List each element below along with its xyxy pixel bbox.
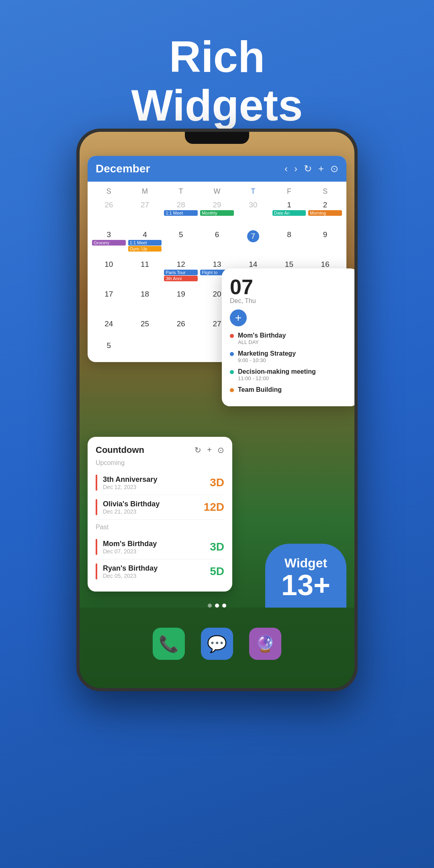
phone-screen: December ‹ › ↻ + ⊙ S M T W T F S [80,132,354,688]
cal-day-7-today[interactable]: 7 [235,229,271,258]
popup-event-4-dot [230,388,234,392]
countdown-date-1: Dec 12, 2023 [103,484,204,490]
cal-day-19[interactable]: 19 [163,289,199,317]
dock-messages-icon[interactable]: 💬 [201,628,233,660]
cal-day-9[interactable]: 9 [307,229,343,258]
countdown-refresh-btn[interactable]: ↻ [194,445,201,455]
cal-day-29[interactable]: 29 Monthly [199,200,235,228]
day-header-thu: T [235,186,271,197]
countdown-bar-1 [96,475,97,491]
countdown-date-3: Dec 07, 2023 [103,548,204,555]
popup-event-1-dot [230,334,234,338]
cal-day-4[interactable]: 4 1:1 Meet Gym: Up [127,229,163,258]
countdown-info-4: Ryan's Birthday Dec 05, 2023 [103,564,204,579]
countdown-add-btn[interactable]: + [207,445,212,455]
countdown-header: Countdown ↻ + ⊙ [96,445,224,455]
event-morning-2: Morning [308,210,342,216]
popup-event-3: Decision-making meeting 11:00 - 12:00 [230,368,350,381]
popup-event-4-info: Team Building [238,386,282,393]
cal-day-26-last[interactable]: 26 [163,319,199,339]
phone-mockup: December ‹ › ↻ + ⊙ S M T W T F S [76,129,358,691]
day-headers: S M T W T F S [91,186,343,197]
upcoming-section-label: Upcoming [96,459,224,467]
popup-event-3-info: Decision-making meeting 11:00 - 12:00 [238,368,316,381]
popup-add-button[interactable]: + [230,309,247,326]
day-detail-popup: 07 Dec, Thu + Mom's Birthday ALL DAY Mar… [222,268,354,406]
countdown-bar-3 [96,539,97,555]
calendar-settings-btn[interactable]: ⊙ [330,163,338,174]
cal-day-11[interactable]: 11 [127,259,163,287]
dock-phone-icon[interactable]: 📞 [153,628,185,660]
countdown-info-3: Mom's Birthday Dec 07, 2023 [103,540,204,555]
event-grocery-3: Grocery [92,240,126,246]
popup-event-1: Mom's Birthday ALL DAY [230,332,350,345]
popup-day-number: 07 [230,276,350,297]
countdown-item-anniversary: 3th Anniversary Dec 12, 2023 3D [96,471,224,495]
event-gym-4: Gym: Up [128,246,162,252]
countdown-info-1: 3th Anniversary Dec 12, 2023 [103,475,204,490]
countdown-settings-btn[interactable]: ⊙ [217,445,224,455]
cal-day-1[interactable]: 1 Date An [271,200,307,228]
popup-event-4-name: Team Building [238,386,282,393]
calendar-refresh-btn[interactable]: ↻ [304,163,312,174]
popup-event-1-name: Mom's Birthday [238,332,286,339]
cal-day-31-row2[interactable] [127,340,163,356]
countdown-name-2: Olivia's Birthday [103,500,198,508]
popup-event-2-time: 9:00 - 10:30 [238,357,296,363]
countdown-item-mom: Mom's Birthday Dec 07, 2023 3D [96,535,224,559]
cal-day-26[interactable]: 26 [91,200,127,228]
past-section-label: Past [96,524,224,531]
countdown-date-4: Dec 05, 2023 [103,573,204,579]
cal-day-18[interactable]: 18 [127,289,163,317]
calendar-back-btn[interactable]: ‹ [285,163,288,174]
cal-day-25[interactable]: 25 [127,319,163,339]
countdown-name-3: Mom's Birthday [103,540,204,548]
cal-day-17[interactable]: 17 [91,289,127,317]
countdown-date-2: Dec 21, 2023 [103,508,198,515]
pagination-dot-3 [222,604,226,608]
cal-day-12[interactable]: 12 Paris Tour 3th Anni [163,259,199,287]
popup-event-1-time: ALL DAY [238,339,286,345]
cal-day-27[interactable]: 27 [127,200,163,228]
cal-day-5[interactable]: 5 [163,229,199,258]
calendar-forward-btn[interactable]: › [294,163,297,174]
cal-day-28[interactable]: 28 1:1 Meet [163,200,199,228]
pagination-dots [208,604,226,608]
calendar-add-btn[interactable]: + [318,163,324,174]
popup-event-3-time: 11:00 - 12:00 [238,375,316,381]
countdown-info-2: Olivia's Birthday Dec 21, 2023 [103,500,198,515]
countdown-bar-2 [96,499,97,515]
phone-notch [185,132,249,144]
cal-day-10[interactable]: 10 [91,259,127,287]
countdown-days-4: 5D [210,565,224,578]
day-header-f: F [271,186,307,197]
popup-day-label: Dec, Thu [230,297,350,305]
popup-event-3-dot [230,370,234,374]
popup-event-3-name: Decision-making meeting [238,368,316,375]
cal-day-30[interactable]: 30 [235,200,271,228]
cal-day-24[interactable]: 24 [91,319,127,339]
countdown-bar-4 [96,563,97,579]
dock-meet-icon[interactable]: 🔮 [249,628,281,660]
countdown-days-3: 3D [210,540,224,553]
event-paris-tour: Paris Tour [164,270,198,275]
countdown-title: Countdown [96,445,194,455]
page-header: Rich Widgets [0,0,434,145]
popup-event-2-name: Marketing Strategy [238,350,296,357]
cal-day-2[interactable]: 2 Morning [307,200,343,228]
widget-badge-label: Widget [281,556,330,571]
countdown-days-2: 12D [204,501,224,514]
cal-day-3[interactable]: 3 Grocery [91,229,127,258]
event-date-an: Date An [272,210,306,216]
cal-day-8[interactable]: 8 [271,229,307,258]
phone-dock: 📞 💬 🔮 [80,608,354,688]
calendar-week-2: 3 Grocery 4 1:1 Meet Gym: Up 5 6 7 8 9 [91,229,343,258]
calendar-month: December [96,162,278,175]
popup-event-2-dot [230,352,234,356]
cal-day-31-row[interactable]: 5 [91,340,127,356]
cal-day-6[interactable]: 6 [199,229,235,258]
widget-badge-count: 13+ [281,571,330,600]
pagination-dot-2 [215,604,219,608]
pagination-dot-1 [208,604,212,608]
widget-badge: Widget 13+ [265,544,346,608]
